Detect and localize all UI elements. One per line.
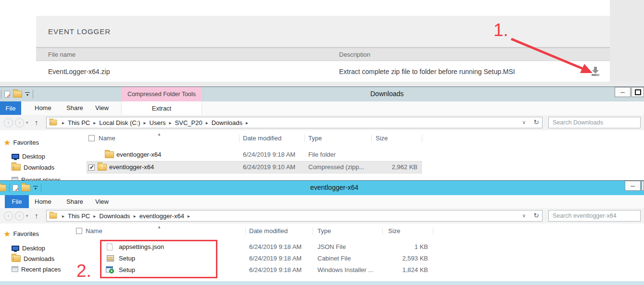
event-logger-card: EVENT LOGGER File name Description Event… bbox=[36, 16, 610, 82]
header-size[interactable]: Size bbox=[376, 135, 388, 142]
crumb-eventlogger-x64[interactable]: eventlogger-x64 bbox=[139, 212, 185, 220]
new-folder-icon[interactable] bbox=[21, 185, 30, 191]
search-input[interactable] bbox=[548, 210, 641, 222]
file-name[interactable]: Setup bbox=[119, 266, 135, 273]
refresh-icon[interactable]: ↻ bbox=[533, 211, 539, 219]
window-title: Downloads bbox=[370, 90, 404, 98]
file-row-appsettings[interactable]: appsettings.json 6/24/2019 9:18 AM JSON … bbox=[0, 241, 644, 253]
chevron-right-icon: ▸ bbox=[243, 120, 251, 125]
win1-titlebar[interactable]: ▾ Compressed Folder Tools Downloads ─ bbox=[0, 87, 644, 101]
back-icon[interactable]: ‹ bbox=[4, 211, 13, 221]
properties-icon[interactable] bbox=[13, 185, 18, 191]
file-type: Cabinet File bbox=[317, 255, 351, 262]
crumb-downloads[interactable]: Downloads bbox=[211, 119, 243, 126]
minimize-button[interactable]: ─ bbox=[615, 87, 631, 97]
minimize-button[interactable]: ─ bbox=[625, 181, 641, 191]
tab-extract[interactable]: Extract bbox=[121, 101, 202, 115]
search-input[interactable] bbox=[548, 117, 641, 128]
recent-places-icon bbox=[12, 177, 18, 180]
crumb-this-pc[interactable]: This PC bbox=[67, 212, 91, 220]
file-type: Windows Installer ... bbox=[317, 266, 373, 273]
file-name-cell: EventLogger-x64.zip bbox=[48, 68, 110, 75]
crumb-this-pc[interactable]: This PC bbox=[67, 119, 91, 126]
tab-file[interactable]: File bbox=[5, 195, 29, 208]
tab-file[interactable]: File bbox=[0, 101, 21, 115]
breadcrumb[interactable]: ▸ This PC ▸ Local Disk (C:) ▸ Users ▸ SV… bbox=[46, 117, 543, 128]
file-row-zip-selected[interactable]: eventlogger-x64 6/24/2019 9:10 AM Compre… bbox=[0, 161, 644, 173]
file-type: Compressed (zipp... bbox=[308, 163, 364, 171]
file-row-setup-cab[interactable]: Setup 6/24/2019 9:18 AM Cabinet File 2,5… bbox=[0, 252, 644, 265]
up-icon[interactable]: ↑ bbox=[35, 118, 38, 126]
bottom-edge bbox=[0, 281, 644, 285]
cabinet-file-icon bbox=[107, 255, 114, 261]
tab-view[interactable]: View bbox=[95, 104, 109, 112]
maximize-button-partial[interactable] bbox=[642, 181, 644, 191]
tab-home[interactable]: Home bbox=[35, 198, 51, 205]
recent-locations-icon[interactable]: ▾ bbox=[26, 120, 28, 125]
select-all-checkbox[interactable] bbox=[76, 228, 82, 234]
header-name[interactable]: Name bbox=[86, 227, 102, 235]
win1-content: ★ Favorites Desktop Downloads Recent pla… bbox=[0, 130, 644, 180]
tab-share[interactable]: Share bbox=[66, 198, 83, 205]
breadcrumb[interactable]: ▸ This PC ▸ Downloads ▸ eventlogger-x64 … bbox=[46, 210, 543, 222]
up-icon[interactable]: ↑ bbox=[35, 211, 38, 220]
back-icon[interactable]: ‹ bbox=[4, 118, 13, 127]
card-header: EVENT LOGGER bbox=[36, 16, 610, 48]
header-date-modified[interactable]: Date modified bbox=[249, 227, 288, 235]
win2-list-header: Name ▲ Date modified Type Size bbox=[0, 225, 481, 237]
divider bbox=[41, 184, 41, 192]
divider bbox=[239, 135, 240, 142]
file-name[interactable]: Setup bbox=[119, 255, 135, 262]
divider bbox=[371, 135, 372, 142]
header-name[interactable]: Name bbox=[99, 135, 115, 142]
file-row-setup-msi[interactable]: Setup 6/24/2019 9:18 AM Windows Installe… bbox=[0, 264, 644, 276]
sidebar-item-recent-places[interactable]: Recent places bbox=[12, 174, 61, 180]
address-dropdown-icon[interactable]: ∨ bbox=[522, 213, 526, 218]
file-date: 6/24/2019 9:18 AM bbox=[249, 243, 302, 250]
window-icon bbox=[0, 185, 6, 191]
download-table-header: File name Description bbox=[36, 48, 610, 61]
chevron-right-icon: ▸ bbox=[131, 213, 139, 219]
tab-home[interactable]: Home bbox=[35, 104, 51, 112]
select-all-checkbox[interactable] bbox=[88, 135, 95, 141]
sort-ascending-icon: ▲ bbox=[157, 225, 161, 229]
new-folder-icon[interactable] bbox=[13, 91, 22, 98]
forward-icon[interactable]: › bbox=[15, 118, 24, 127]
divider bbox=[245, 227, 246, 235]
win1-address-bar: ‹ › ▾ ↑ ▸ This PC ▸ Local Disk (C:) ▸ Us… bbox=[0, 115, 644, 130]
crumb-users[interactable]: Users bbox=[149, 119, 167, 126]
file-name[interactable]: eventlogger-x64 bbox=[109, 163, 154, 171]
recent-locations-icon[interactable]: ▾ bbox=[26, 213, 28, 218]
download-icon[interactable] bbox=[590, 66, 601, 76]
file-name[interactable]: eventlogger-x64 bbox=[116, 151, 161, 158]
forward-icon[interactable]: › bbox=[15, 211, 24, 221]
win2-address-bar: ‹ › ▾ ↑ ▸ This PC ▸ Downloads ▸ eventlog… bbox=[0, 208, 644, 223]
row-checkbox-checked[interactable] bbox=[88, 164, 95, 171]
file-size: 2,962 KB bbox=[371, 163, 417, 171]
address-dropdown-icon[interactable]: ∨ bbox=[522, 120, 526, 125]
qat-customize-icon[interactable]: ▾ bbox=[25, 92, 30, 97]
tab-share[interactable]: Share bbox=[66, 104, 83, 112]
refresh-icon[interactable]: ↻ bbox=[533, 118, 539, 126]
explorer-window-downloads: ▾ Compressed Folder Tools Downloads ─ Fi… bbox=[0, 87, 644, 180]
header-size[interactable]: Size bbox=[388, 227, 400, 235]
qat-customize-icon[interactable]: ▾ bbox=[33, 186, 38, 190]
sort-ascending-icon: ▲ bbox=[157, 132, 161, 136]
win2-titlebar[interactable]: ▾ eventlogger-x64 ─ bbox=[0, 180, 644, 195]
crumb-local-disk[interactable]: Local Disk (C:) bbox=[98, 119, 141, 126]
chevron-right-icon: ▸ bbox=[141, 120, 149, 125]
divider bbox=[382, 227, 383, 235]
chevron-right-icon: ▸ bbox=[203, 120, 211, 125]
properties-icon[interactable] bbox=[4, 91, 10, 98]
header-type[interactable]: Type bbox=[308, 135, 322, 142]
header-date-modified[interactable]: Date modified bbox=[243, 135, 281, 142]
header-type[interactable]: Type bbox=[317, 227, 331, 235]
crumb-svc-p20[interactable]: SVC_P20 bbox=[174, 119, 203, 126]
contextual-tab-compressed-folder-tools[interactable]: Compressed Folder Tools bbox=[121, 87, 202, 101]
file-name[interactable]: appsettings.json bbox=[119, 243, 164, 250]
maximize-button[interactable] bbox=[631, 87, 644, 97]
tab-view[interactable]: View bbox=[95, 198, 109, 205]
crumb-downloads[interactable]: Downloads bbox=[98, 212, 131, 220]
file-row-folder[interactable]: eventlogger-x64 6/24/2019 9:18 AM File f… bbox=[0, 149, 644, 161]
divider bbox=[433, 227, 433, 235]
